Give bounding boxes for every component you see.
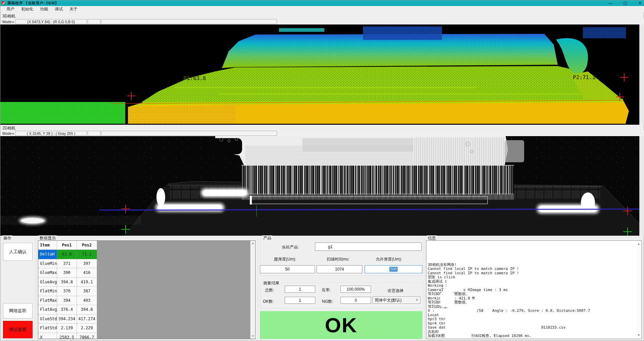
row-item-cell: FlatMin [38,287,57,296]
table-row[interactable]: GlueStd 394.234 417.274 [38,315,97,324]
menu-item[interactable]: 初始化 [18,6,37,13]
row-pos1-cell: 394.234 [57,315,77,324]
log-line: Cannot find local IP to match camera IP … [428,267,640,271]
row-item-cell: FlatStd [38,324,57,333]
row-pos1-cell: 371 [57,259,77,269]
table-row[interactable]: FlatMax 394 403 [38,296,97,305]
p1-measure-label: P1:63.8 [183,75,206,81]
log-line: 加载3张图 行AOI检查, Elapsed 19296 ms. [428,334,640,338]
row-item-cell: FlatAvg [38,305,57,315]
allow-thickness-label: 允许厚度(Um): [376,257,402,262]
3d-camera-label: 3D相机 [2,13,15,19]
row-item-cell: GlueAvg [38,278,57,287]
result-status-banner: OK [260,311,422,339]
3d-view-scrollbar[interactable] [639,24,644,125]
2d-view-scrollbar[interactable] [639,136,644,236]
data-grid-scrollbar[interactable]: ▲ ▼ [250,241,255,339]
table-row[interactable]: FlatAvg 376.4 394.8 [38,305,97,315]
maximize-button[interactable]: ▢ [622,1,628,5]
table-row[interactable]: FlatMin 370 387 [38,287,97,296]
row-pos2-cell: 71.1 [77,250,97,259]
2d-status-panel-1 [88,131,100,136]
ok-count-value: 1 [285,297,315,304]
log-line: Cannot find local IP to match camera IP … [428,271,640,276]
2d-mode-bar: Mode▾ ( X 3145, Y 28 ) : ( Gray 255 ) [0,130,644,136]
menu-item[interactable]: 调试 [51,6,66,13]
row-pos1-cell: 390 [57,268,77,278]
row-item-cell: GlueStd [38,315,57,324]
2d-mode-dropdown[interactable]: Mode▾ [0,131,15,135]
film-thickness-input[interactable]: 50 [260,265,315,273]
current-product-input[interactable]: g1 [315,242,422,251]
close-button[interactable]: ✕ [637,1,643,5]
row-pos2-cell: 417.274 [77,315,97,324]
language-selected-value: 简体中文(默认) [375,297,402,303]
3d-status-panel-2 [101,19,277,24]
window-title: 测高程序 【当前用户: OEM】 [7,1,59,6]
scroll-up-icon[interactable]: ▲ [638,241,640,247]
redaction-blob [447,304,538,308]
language-select-label: 语言选择 [387,288,404,294]
scroll-up-icon[interactable]: ▲ [251,241,254,246]
total-count-value: 1 [285,286,315,293]
app-icon [2,1,5,5]
minimize-button[interactable]: — [607,1,613,5]
scan-time-input[interactable]: 1074 [317,265,362,273]
title-bar: 测高程序 【当前用户: OEM】 — ▢ ✕ [0,0,644,6]
row-pos1-cell: 370 [57,287,77,296]
network-listen-button[interactable]: 网络监听 [3,303,33,319]
row-item-cell: GlueMax [38,268,57,278]
yield-value: 100.000% [340,286,371,293]
menu-item[interactable]: 关于 [66,6,81,13]
row-pos2-cell: 394.8 [77,305,97,315]
table-row[interactable]: DeltaH 63.8 71.1 [38,250,97,259]
yield-label: 良率: [322,287,331,293]
manual-confirm-button[interactable]: 人工确认 [3,243,33,261]
scroll-down-icon[interactable]: ▼ [251,334,254,339]
2d-camera-view[interactable] [0,136,639,236]
scan-time-label: 扫描时间ms: [327,257,349,262]
log-line: Save dat 9110233.csv [428,326,640,330]
film-thickness-label: 膜厚度(Um): [274,257,296,262]
3d-camera-view[interactable]: P1:63.8 P2:71.1 [0,24,639,125]
menu-item[interactable]: 功能 [37,6,51,13]
allow-thickness-input[interactable]: 500 [365,265,422,273]
app-window: 测高程序 【当前用户: OEM】 — ▢ ✕ 用户初始化功能调试关于 3D相机 … [0,0,644,341]
table-row[interactable]: GlueAvg 394.8 419.1 [38,278,97,287]
row-item-cell: GlueMin [38,259,57,269]
table-row[interactable]: FlatStd 2.139 2.229 [38,324,97,333]
row-pos2-cell: 387 [77,287,97,296]
log-line: 登陆 is click [428,275,640,280]
scroll-down-icon[interactable]: ▼ [638,332,640,339]
current-product-label: 当前产品: [282,244,299,250]
table-row[interactable]: GlueMin 371 397 [38,259,97,269]
menu-item[interactable]: 用户 [3,6,18,13]
ng-count-value: 0 [340,297,371,304]
redaction-blob [444,288,464,291]
data-grid[interactable]: Item Pos1 Pos2 DeltaH 63.8 71.1 GlueMin … [38,240,256,339]
table-row[interactable]: X 2583.5 7866.7 [38,333,97,339]
row-pos1-cell: 2.139 [57,324,77,333]
log-line: Working Set : 712.2 M [428,338,640,339]
language-select-dropdown[interactable]: 简体中文(默认) ˅ [372,296,420,304]
row-pos2-cell: 403 [77,296,97,305]
row-item-cell: X [38,333,57,339]
chevron-down-icon: ▾ [12,132,14,135]
row-item-cell: FlatMax [38,296,57,305]
3d-mode-dropdown[interactable]: Mode▾ [0,20,15,24]
table-row[interactable]: GlueMax 390 416 [38,268,97,278]
row-pos2-cell: 419.1 [77,278,97,287]
row-pos2-cell: 397 [77,259,97,269]
operation-group-label: 操作 [2,235,12,241]
ng-count-label: NG数: [322,299,333,304]
info-log-scrollbar[interactable]: ▲ ▼ [637,241,641,338]
row-pos1-cell: 2583.5 [57,333,77,339]
product-group-label: 产品 [262,235,272,241]
log-line: 等到3D取到灰度图数据。 [428,292,640,296]
2d-coordinate-readout: ( X 3145, Y 28 ) : ( Gray 255 ) [15,131,87,136]
ok-count-label: OK数: [263,299,274,304]
row-pos1-cell: 394 [57,296,77,305]
chevron-down-icon: ▾ [12,20,14,24]
stop-listen-button[interactable]: 停止监听 [3,321,33,338]
redaction-blob [446,279,478,288]
